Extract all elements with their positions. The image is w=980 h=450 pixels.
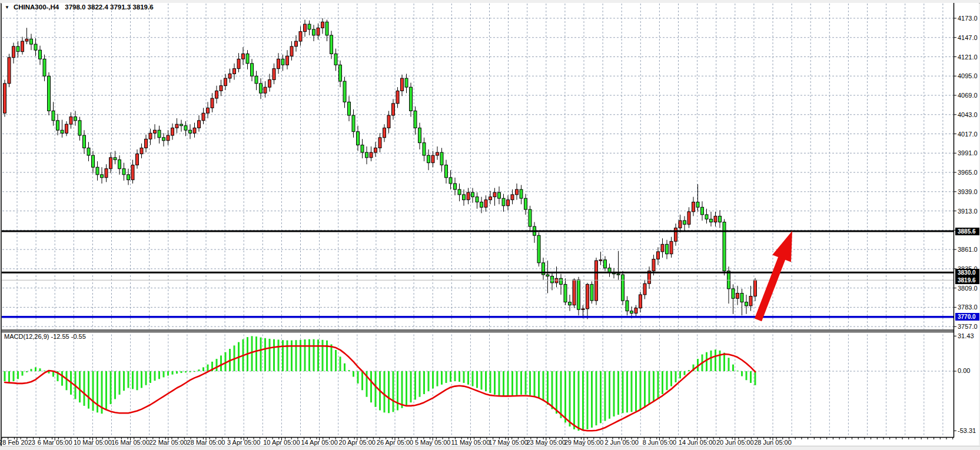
date-label: 29 May 05:00 <box>564 439 604 446</box>
price-line-badge: 3885.6 <box>955 228 979 235</box>
price-tick-label: 4147.0 <box>958 34 978 41</box>
price-tick-label: 3757.0 <box>958 323 978 330</box>
symbol-label: CHINA300-,H4 <box>14 4 59 11</box>
date-label: 11 May 05:00 <box>451 439 490 446</box>
price-tick-label: 3939.0 <box>958 188 978 195</box>
price-tick-label: 3913.0 <box>958 208 978 215</box>
date-label: 10 Mar 05:00 <box>74 439 112 446</box>
chevron-down-icon[interactable]: ▼ <box>5 5 9 10</box>
price-line-badge: 3830.0 <box>955 269 979 276</box>
date-label: 28 Mar 05:00 <box>187 439 225 446</box>
price-tick-label: 3991.0 <box>958 149 978 156</box>
date-label: 22 Mar 05:00 <box>149 439 187 446</box>
price-tick-label: 4043.0 <box>958 111 978 118</box>
date-label: 6 Mar 05:00 <box>38 439 72 446</box>
price-tick-label: 3861.0 <box>958 246 978 253</box>
date-label: 2 Jun 05:00 <box>604 439 639 446</box>
price-line-badge: 3770.0 <box>955 313 979 321</box>
date-label: 17 May 05:00 <box>489 439 528 446</box>
price-tick-label: 4017.0 <box>958 131 978 138</box>
date-label: 28 Feb 2023 <box>0 439 35 446</box>
symbol-title: ▼CHINA300-,H43798.0 3822.4 3791.3 3819.6 <box>5 4 154 11</box>
date-label: 14 Apr 05:00 <box>301 439 337 446</box>
date-label: 20 Apr 05:00 <box>339 439 376 446</box>
ohlc-values: 3798.0 3822.4 3791.3 3819.6 <box>65 4 153 11</box>
date-label: 14 Jun 05:00 <box>679 439 716 446</box>
date-label: 26 Apr 05:00 <box>377 439 413 446</box>
date-label: 20 Jun 05:00 <box>716 439 754 446</box>
macd-scale-min: -53.31 <box>958 427 976 434</box>
date-label: 8 Jun 05:00 <box>643 439 677 446</box>
date-label: 5 May 05:00 <box>415 439 451 446</box>
macd-scale-max: 31.43 <box>958 332 974 339</box>
price-tick-label: 4069.0 <box>958 92 978 99</box>
price-tick-label: 4095.0 <box>958 72 978 79</box>
macd-indicator-label: MACD(12,26,9) -12.55 -0.55 <box>4 333 86 340</box>
macd-scale-zero: 0.00 <box>958 367 970 374</box>
price-tick-label: 4121.0 <box>958 54 978 61</box>
date-label: 23 May 05:00 <box>526 439 566 446</box>
date-label: 10 Apr 05:00 <box>263 439 300 446</box>
date-label: 3 Apr 05:00 <box>227 439 260 446</box>
chart-canvas[interactable] <box>0 0 980 450</box>
date-label: 16 Mar 05:00 <box>111 439 150 446</box>
date-label: 28 Jun 05:00 <box>754 439 792 446</box>
price-tick-label: 4173.0 <box>958 15 978 22</box>
price-line-badge: 3819.6 <box>955 276 979 284</box>
price-tick-label: 3809.0 <box>958 285 978 292</box>
chart-window: ▼CHINA300-,H43798.0 3822.4 3791.3 3819.6… <box>0 0 980 450</box>
price-tick-label: 3783.0 <box>958 304 978 311</box>
price-tick-label: 3965.0 <box>958 169 978 176</box>
